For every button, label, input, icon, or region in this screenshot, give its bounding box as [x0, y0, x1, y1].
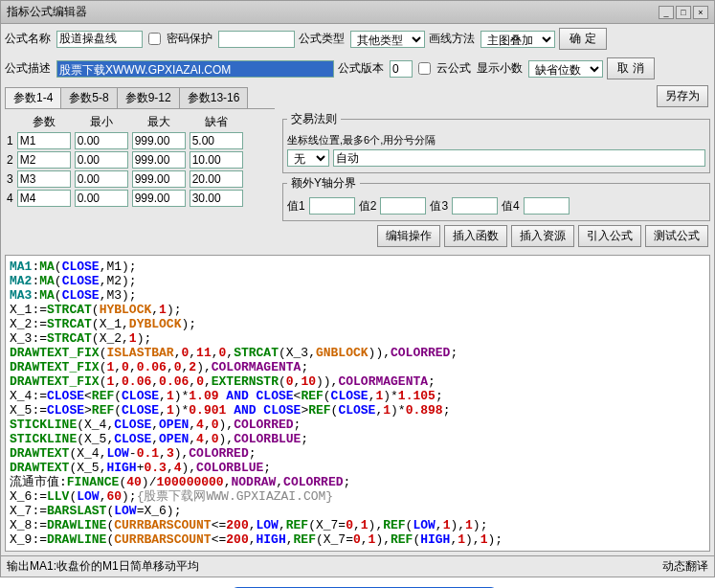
param-def-input[interactable] — [190, 190, 243, 207]
status-right: 动态翻译 — [662, 558, 708, 575]
ver-input[interactable] — [390, 60, 413, 78]
maximize-button[interactable]: □ — [676, 6, 691, 19]
param-header: 参数 — [15, 113, 73, 131]
import-button[interactable]: 引入公式 — [578, 225, 641, 247]
tab-params-13-16[interactable]: 参数13-16 — [179, 87, 249, 108]
minimize-button[interactable]: _ — [659, 6, 674, 19]
param-header: 缺省 — [188, 113, 245, 131]
param-min-input[interactable] — [75, 190, 128, 207]
param-name-input[interactable] — [17, 151, 71, 169]
trade-fieldset: 交易法则 坐标线位置,最多6个,用分号分隔 无 — [282, 111, 710, 173]
drawmethod-select[interactable]: 主图叠加 — [480, 31, 555, 48]
param-def-input[interactable] — [190, 132, 243, 149]
cloud-label: 云公式 — [436, 60, 471, 77]
extra-y-legend: 额外Y轴分界 — [291, 176, 356, 190]
window-title: 指标公式编辑器 — [7, 4, 87, 20]
desc-label: 公式描述 — [5, 60, 51, 77]
param-min-input[interactable] — [75, 132, 128, 149]
close-button[interactable]: × — [693, 6, 708, 19]
param-table: 参数最小最大缺省1234 — [5, 113, 245, 208]
tab-params-1-4[interactable]: 参数1-4 — [5, 87, 61, 108]
y4-label: 值4 — [502, 198, 520, 215]
cancel-button[interactable]: 取 消 — [607, 57, 655, 79]
cloud-checkbox[interactable] — [418, 62, 431, 75]
name-label: 公式名称 — [5, 31, 51, 47]
param-min-input[interactable] — [75, 151, 128, 169]
extra-y-fieldset: 额外Y轴分界 值1 值2 值3 值4 — [282, 175, 710, 221]
y2-input[interactable] — [380, 197, 426, 215]
test-button[interactable]: 测试公式 — [645, 225, 708, 247]
type-select[interactable]: 其他类型 — [350, 31, 425, 48]
y4-input[interactable] — [524, 197, 570, 215]
y1-label: 值1 — [287, 198, 305, 215]
param-row: 2 — [5, 150, 245, 170]
param-index: 4 — [5, 189, 15, 208]
status-left: 输出MA1:收盘价的M1日简单移动平均 — [7, 558, 199, 575]
code-editor[interactable]: MA1:MA(CLOSE,M1);MA2:MA(CLOSE,M2);MA3:MA… — [5, 255, 710, 552]
param-max-input[interactable] — [132, 151, 186, 169]
y1-input[interactable] — [309, 197, 355, 215]
ver-label: 公式版本 — [338, 60, 384, 77]
param-header: 最大 — [130, 113, 188, 131]
param-index: 3 — [5, 170, 15, 189]
param-min-input[interactable] — [75, 170, 128, 188]
param-name-input[interactable] — [17, 190, 71, 207]
edit-button[interactable]: 编辑操作 — [377, 225, 440, 247]
decimal-label: 显示小数 — [477, 60, 523, 77]
trade-legend: 交易法则 — [291, 112, 337, 125]
param-def-input[interactable] — [190, 170, 243, 188]
saveas-button[interactable]: 另存为 — [657, 85, 708, 107]
titlebar: 指标公式编辑器 _ □ × — [1, 1, 714, 24]
desc-input[interactable]: 股票下载XWWW.GPXIAZAI.COM — [56, 60, 334, 78]
pwd-input[interactable] — [218, 31, 295, 48]
param-max-input[interactable] — [132, 190, 186, 207]
pwd-label: 密码保护 — [167, 31, 212, 47]
y3-input[interactable] — [452, 197, 498, 215]
param-name-input[interactable] — [17, 132, 71, 149]
trade-hint: 坐标线位置,最多6个,用分号分隔 — [287, 133, 436, 147]
trade-none-select[interactable]: 无 — [287, 149, 329, 167]
pwd-checkbox[interactable] — [148, 33, 161, 45]
decimal-select[interactable]: 缺省位数 — [528, 60, 603, 78]
drawmethod-label: 画线方法 — [429, 31, 475, 47]
trade-auto-input[interactable] — [333, 149, 705, 167]
param-name-input[interactable] — [17, 170, 71, 188]
func-button[interactable]: 插入函数 — [444, 225, 507, 247]
param-index: 2 — [5, 150, 15, 170]
y2-label: 值2 — [359, 198, 377, 215]
param-row: 3 — [5, 170, 245, 189]
param-row: 1 — [5, 131, 245, 150]
tab-params-9-12[interactable]: 参数9-12 — [117, 87, 180, 108]
name-input[interactable] — [56, 31, 143, 48]
type-label: 公式类型 — [299, 31, 345, 47]
param-tabs: 参数1-4 参数5-8 参数9-12 参数13-16 — [5, 87, 275, 109]
param-max-input[interactable] — [132, 170, 186, 188]
footer-banner: 式指标网 www.9m8.cn — [0, 577, 715, 588]
tab-params-5-8[interactable]: 参数5-8 — [60, 87, 117, 108]
param-row: 4 — [5, 189, 245, 208]
param-max-input[interactable] — [132, 132, 186, 149]
y3-label: 值3 — [430, 198, 448, 215]
param-def-input[interactable] — [190, 151, 243, 169]
ok-button[interactable]: 确 定 — [559, 28, 607, 50]
param-header: 最小 — [73, 113, 130, 131]
param-index: 1 — [5, 131, 15, 150]
res-button[interactable]: 插入资源 — [511, 225, 574, 247]
